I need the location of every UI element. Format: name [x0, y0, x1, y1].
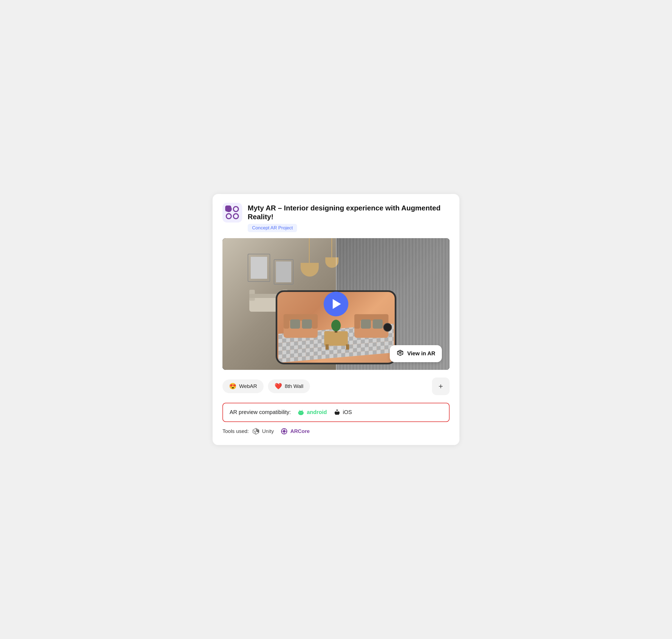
- play-button[interactable]: [324, 292, 348, 316]
- webar-emoji: 😍: [229, 383, 236, 390]
- svg-rect-49: [302, 412, 303, 414]
- 8thwall-label: 8th Wall: [285, 383, 303, 389]
- ios-label: iOS: [343, 409, 352, 416]
- main-card: Myty AR – Interior designing experience …: [213, 194, 459, 445]
- ar-compat-box: AR preview compatibility: android iOS: [222, 403, 450, 422]
- add-icon: +: [439, 382, 443, 391]
- svg-rect-26: [312, 314, 318, 329]
- svg-rect-48: [299, 412, 299, 414]
- tool-arcore: ARCore: [280, 427, 310, 435]
- lamp-cord-left: [309, 238, 310, 263]
- header: Myty AR – Interior designing experience …: [222, 203, 450, 232]
- play-icon: [333, 299, 341, 309]
- svg-rect-28: [302, 320, 312, 328]
- svg-line-53: [299, 410, 300, 411]
- phone-home-button: [383, 323, 392, 332]
- apple-icon: [333, 409, 341, 416]
- ar-cube-icon: [396, 349, 404, 358]
- tag-8thwall[interactable]: ❤️ 8th Wall: [268, 379, 310, 393]
- ar-compat-label: AR preview compatibility:: [230, 409, 291, 416]
- svg-rect-8: [251, 257, 267, 279]
- svg-rect-34: [373, 320, 382, 328]
- svg-rect-35: [324, 331, 348, 346]
- webar-label: WebAR: [239, 383, 257, 389]
- svg-point-52: [302, 412, 302, 413]
- tags-row: 😍 WebAR ❤️ 8th Wall +: [222, 377, 450, 395]
- svg-rect-37: [346, 344, 349, 349]
- view-ar-label: View in AR: [407, 350, 435, 357]
- arcore-label: ARCore: [290, 428, 310, 434]
- page-title: Myty AR – Interior designing experience …: [248, 204, 450, 221]
- svg-line-46: [397, 353, 400, 354]
- svg-line-45: [400, 353, 403, 354]
- svg-point-60: [283, 430, 285, 433]
- tools-row: Tools used: Unity ARCore: [222, 427, 450, 435]
- tool-unity: Unity: [252, 427, 274, 435]
- svg-point-51: [300, 412, 300, 413]
- unity-label: Unity: [262, 428, 274, 434]
- lamp-cord-right: [331, 238, 332, 258]
- tag-webar[interactable]: 😍 WebAR: [222, 379, 264, 393]
- svg-line-54: [302, 410, 302, 411]
- tools-label: Tools used:: [222, 428, 249, 434]
- android-icon: [297, 409, 304, 416]
- header-text: Myty AR – Interior designing experience …: [248, 203, 450, 232]
- unity-icon: [252, 427, 260, 435]
- svg-rect-10: [276, 262, 291, 282]
- svg-rect-0: [222, 203, 242, 222]
- video-container: View in AR: [222, 238, 450, 370]
- svg-rect-36: [326, 344, 329, 349]
- arcore-icon: [280, 427, 288, 435]
- view-ar-button[interactable]: View in AR: [390, 345, 442, 362]
- svg-rect-25: [284, 314, 290, 329]
- concept-badge: Concept AR Project: [248, 224, 297, 232]
- app-logo: [222, 203, 242, 222]
- android-label: android: [307, 409, 327, 416]
- 8thwall-emoji: ❤️: [275, 383, 282, 390]
- svg-point-39: [331, 320, 341, 331]
- svg-rect-31: [354, 314, 360, 329]
- svg-rect-33: [361, 320, 371, 328]
- add-tag-button[interactable]: +: [432, 377, 450, 395]
- svg-rect-27: [290, 320, 300, 328]
